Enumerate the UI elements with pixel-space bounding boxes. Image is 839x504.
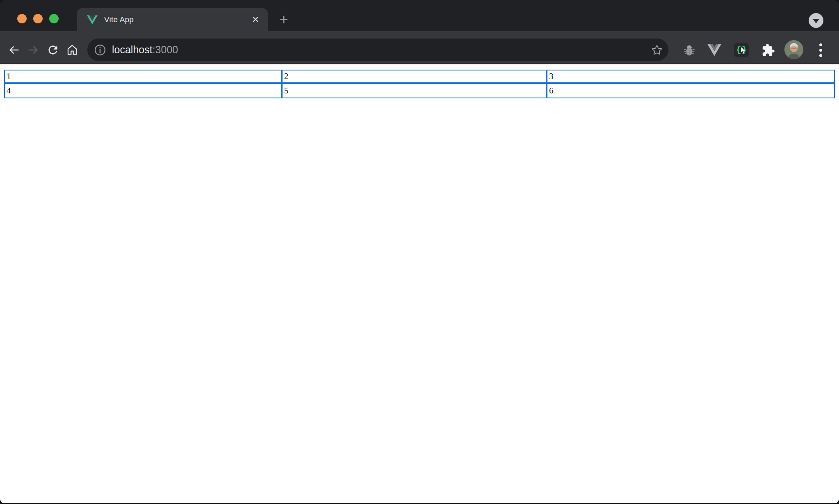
forward-icon: [27, 43, 40, 57]
table-cell: 1: [4, 70, 282, 83]
url-host: localhost: [112, 44, 153, 55]
braces-tile: { }: [734, 43, 749, 57]
table-cell: 2: [282, 70, 547, 83]
new-tab-button[interactable]: +: [275, 11, 293, 29]
browser-menu-button[interactable]: [812, 41, 830, 59]
cursor-arrow-icon: [741, 47, 747, 54]
extension-bug-icon[interactable]: [680, 41, 698, 59]
tab-search-button[interactable]: [809, 13, 823, 28]
extension-braces-cursor-icon[interactable]: { }: [732, 41, 750, 59]
page-content: 1 2 3 4 5 6: [0, 64, 839, 503]
table-cell: 4: [4, 83, 282, 98]
chevron-down-icon: [813, 19, 819, 23]
reload-button[interactable]: [44, 41, 62, 59]
close-window-button[interactable]: [17, 14, 27, 23]
back-button[interactable]: [5, 41, 23, 59]
number-table: 1 2 3 4 5 6: [4, 70, 835, 98]
bookmark-star-icon[interactable]: [650, 43, 663, 57]
menu-dot: [819, 43, 822, 46]
table-cell: 3: [547, 70, 835, 83]
home-icon: [66, 43, 79, 57]
browser-window: Vite App ✕ +: [0, 0, 839, 504]
tab-vite-app[interactable]: Vite App ✕: [77, 8, 268, 31]
tab-title: Vite App: [104, 15, 249, 24]
vue-logo-icon: [87, 15, 98, 25]
table-cell: 6: [547, 83, 835, 98]
traffic-lights: [17, 14, 59, 23]
extension-vue-devtools-icon[interactable]: [705, 41, 723, 59]
toolbar: localhost:3000: [0, 31, 839, 64]
menu-dot: [819, 49, 822, 52]
profile-avatar[interactable]: [784, 40, 803, 59]
forward-button: [24, 41, 42, 59]
url-port: :3000: [153, 44, 178, 55]
minimize-window-button[interactable]: [33, 14, 43, 23]
table-cell: 5: [282, 83, 547, 98]
tab-strip: Vite App ✕ +: [0, 0, 839, 31]
back-icon: [7, 43, 21, 57]
site-info-icon[interactable]: [94, 44, 106, 56]
home-button[interactable]: [63, 41, 81, 59]
tab-close-icon[interactable]: ✕: [249, 13, 262, 26]
reload-icon: [46, 43, 59, 57]
address-bar[interactable]: localhost:3000: [87, 39, 668, 61]
table-row: 4 5 6: [4, 83, 835, 98]
extensions-puzzle-icon[interactable]: [759, 41, 777, 59]
zoom-window-button[interactable]: [49, 14, 59, 23]
menu-dot: [819, 54, 822, 57]
url-text[interactable]: localhost:3000: [112, 44, 650, 56]
table-row: 1 2 3: [4, 70, 835, 83]
